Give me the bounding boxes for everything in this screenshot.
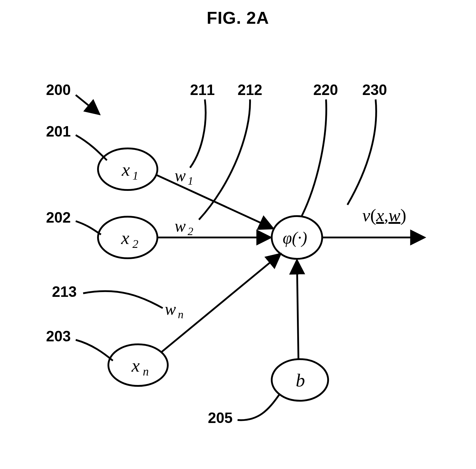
output-w: w (388, 205, 400, 225)
output-v: v (362, 205, 370, 225)
ref-205: 205 (208, 410, 233, 426)
ref-211: 211 (190, 82, 215, 98)
output-x: x (376, 205, 384, 225)
leader-205 (238, 395, 279, 420)
weight-w1-base: w (175, 166, 186, 185)
ref-201: 201 (46, 123, 71, 140)
weight-wn-base: w (165, 300, 176, 318)
node-xn-sub: n (143, 365, 149, 378)
node-xn: x n (108, 344, 168, 386)
leader-211 (190, 99, 206, 168)
leader-213 (83, 291, 163, 308)
leader-230 (347, 99, 376, 205)
ref-200: 200 (46, 82, 71, 98)
leader-200 (76, 95, 99, 114)
node-x1: x 1 (98, 148, 157, 190)
ref-220: 220 (313, 82, 338, 98)
output-open: ( (370, 205, 376, 225)
weight-w2-sub: 2 (188, 225, 193, 237)
leader-220 (301, 99, 326, 217)
edge-b-phi (297, 260, 298, 359)
node-x1-sub: 1 (132, 169, 138, 182)
node-x1-base: x (121, 159, 130, 180)
weight-w2-label: w 2 (175, 217, 193, 237)
svg-text:v(x,w): v(x,w) (362, 205, 406, 225)
leader-202 (76, 221, 101, 235)
ref-213: 213 (52, 283, 77, 300)
node-b-label: b (296, 370, 305, 390)
weight-w1-sub: 1 (188, 175, 193, 187)
node-x2-sub: 2 (132, 237, 138, 251)
edge-xn-phi (162, 254, 281, 352)
ref-203: 203 (46, 328, 71, 345)
weight-wn-label: w n (165, 300, 184, 321)
leader-201 (76, 135, 107, 160)
output-close: ) (400, 205, 406, 225)
output-comma: , (384, 205, 388, 225)
weight-w2-base: w (175, 217, 186, 235)
node-xn-base: x (131, 355, 140, 375)
figure-title: FIG. 2A (207, 8, 269, 27)
node-phi: φ(·) (272, 216, 322, 259)
node-x2-base: x (121, 228, 129, 248)
node-b: b (272, 359, 328, 401)
ref-230: 230 (362, 82, 387, 98)
edge-x1-phi (157, 175, 273, 229)
node-x2: x 2 (98, 217, 157, 258)
output-label: v(x,w) (362, 205, 406, 225)
ref-212: 212 (238, 82, 262, 98)
leader-212 (199, 99, 250, 220)
ref-202: 202 (46, 209, 71, 226)
node-phi-label: φ(·) (283, 229, 307, 247)
weight-wn-sub: n (178, 308, 184, 321)
weight-w1-label: w 1 (175, 166, 193, 187)
leader-203 (76, 340, 113, 361)
